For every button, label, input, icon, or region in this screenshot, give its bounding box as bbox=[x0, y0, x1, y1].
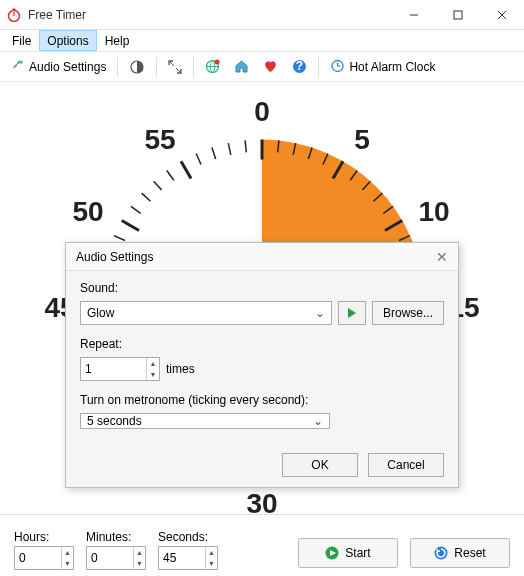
clock-icon bbox=[330, 58, 345, 76]
reset-icon bbox=[434, 546, 448, 560]
svg-line-70 bbox=[154, 181, 162, 190]
titlebar: Free Timer bbox=[0, 0, 524, 30]
audio-settings-button[interactable]: Audio Settings bbox=[6, 55, 111, 78]
svg-line-9 bbox=[176, 68, 180, 72]
metronome-combo[interactable]: 5 seconds ⌄ bbox=[80, 413, 330, 429]
svg-line-8 bbox=[170, 62, 174, 66]
audio-settings-dialog: Audio Settings ✕ Sound: Glow ⌄ Browse...… bbox=[65, 242, 459, 488]
minutes-spinner[interactable]: ▲▼ bbox=[86, 546, 146, 570]
globe-icon[interactable] bbox=[200, 56, 225, 77]
ok-button[interactable]: OK bbox=[282, 453, 358, 477]
hours-input[interactable] bbox=[15, 547, 61, 569]
down-icon[interactable]: ▼ bbox=[134, 558, 145, 569]
svg-line-69 bbox=[142, 193, 151, 201]
wrench-icon bbox=[11, 58, 25, 75]
up-icon[interactable]: ▲ bbox=[147, 358, 159, 369]
separator bbox=[156, 57, 157, 77]
dialog-title: Audio Settings bbox=[76, 250, 153, 264]
dialog-titlebar: Audio Settings ✕ bbox=[66, 243, 458, 271]
dialog-close-icon[interactable]: ✕ bbox=[436, 249, 448, 265]
audio-settings-label: Audio Settings bbox=[29, 60, 106, 74]
metronome-label: Turn on metronome (ticking every second)… bbox=[80, 393, 444, 407]
toolbar: Audio Settings ? Hot Alarm Clock bbox=[0, 52, 524, 82]
svg-line-76 bbox=[245, 140, 246, 152]
svg-line-75 bbox=[228, 143, 230, 155]
hot-alarm-clock-button[interactable]: Hot Alarm Clock bbox=[325, 55, 440, 79]
metronome-value: 5 seconds bbox=[87, 414, 142, 428]
help-icon[interactable]: ? bbox=[287, 56, 312, 77]
down-icon[interactable]: ▼ bbox=[62, 558, 73, 569]
hot-alarm-clock-label: Hot Alarm Clock bbox=[349, 60, 435, 74]
bottom-bar: Hours: ▲▼ Minutes: ▲▼ Seconds: ▲▼ Start … bbox=[0, 514, 524, 576]
menubar: File Options Help bbox=[0, 30, 524, 52]
up-icon[interactable]: ▲ bbox=[62, 547, 73, 558]
svg-rect-4 bbox=[454, 11, 462, 19]
menu-file[interactable]: File bbox=[4, 30, 39, 51]
svg-line-72 bbox=[181, 161, 191, 178]
svg-line-71 bbox=[167, 170, 174, 180]
hours-label: Hours: bbox=[14, 530, 74, 544]
reset-label: Reset bbox=[454, 546, 485, 560]
play-icon bbox=[325, 546, 339, 560]
timer-canvas: 0 5 10 15 20 25 30 35 40 45 50 55 Audio … bbox=[0, 82, 524, 508]
dial-num-5: 5 bbox=[354, 124, 370, 156]
start-label: Start bbox=[345, 546, 370, 560]
play-button[interactable] bbox=[338, 301, 366, 325]
minutes-label: Minutes: bbox=[86, 530, 146, 544]
separator bbox=[117, 57, 118, 77]
dial-num-55: 55 bbox=[144, 124, 175, 156]
seconds-label: Seconds: bbox=[158, 530, 218, 544]
sound-label: Sound: bbox=[80, 281, 444, 295]
svg-line-68 bbox=[131, 206, 141, 213]
down-icon[interactable]: ▼ bbox=[206, 558, 217, 569]
seconds-spinner[interactable]: ▲▼ bbox=[158, 546, 218, 570]
dial-num-10: 10 bbox=[418, 196, 449, 228]
minutes-input[interactable] bbox=[87, 547, 133, 569]
start-button[interactable]: Start bbox=[298, 538, 398, 568]
sound-value: Glow bbox=[87, 306, 114, 320]
down-icon[interactable]: ▼ bbox=[147, 369, 159, 380]
menu-options[interactable]: Options bbox=[39, 30, 96, 51]
svg-line-66 bbox=[114, 236, 125, 241]
menu-help[interactable]: Help bbox=[97, 30, 138, 51]
hours-spinner[interactable]: ▲▼ bbox=[14, 546, 74, 570]
window-title: Free Timer bbox=[28, 8, 86, 22]
minimize-button[interactable] bbox=[392, 0, 436, 30]
app-icon bbox=[6, 7, 22, 23]
dial-num-0: 0 bbox=[254, 96, 270, 128]
fullscreen-icon[interactable] bbox=[163, 57, 187, 77]
play-icon bbox=[346, 307, 358, 319]
dial-num-50: 50 bbox=[72, 196, 103, 228]
repeat-suffix: times bbox=[166, 362, 195, 376]
close-button[interactable] bbox=[480, 0, 524, 30]
repeat-label: Repeat: bbox=[80, 337, 444, 351]
brightness-icon[interactable] bbox=[124, 56, 150, 78]
browse-button[interactable]: Browse... bbox=[372, 301, 444, 325]
svg-line-73 bbox=[196, 154, 201, 165]
svg-line-67 bbox=[122, 221, 139, 231]
up-icon[interactable]: ▲ bbox=[134, 547, 145, 558]
up-icon[interactable]: ▲ bbox=[206, 547, 217, 558]
sound-combo[interactable]: Glow ⌄ bbox=[80, 301, 332, 325]
cancel-button[interactable]: Cancel bbox=[368, 453, 444, 477]
repeat-input[interactable] bbox=[81, 358, 146, 380]
chevron-down-icon: ⌄ bbox=[315, 306, 325, 320]
chevron-down-icon: ⌄ bbox=[313, 414, 323, 428]
svg-line-74 bbox=[212, 147, 216, 158]
seconds-input[interactable] bbox=[159, 547, 205, 569]
repeat-spinner[interactable]: ▲▼ bbox=[80, 357, 160, 381]
separator bbox=[193, 57, 194, 77]
svg-text:?: ? bbox=[296, 59, 303, 73]
home-icon[interactable] bbox=[229, 56, 254, 77]
reset-button[interactable]: Reset bbox=[410, 538, 510, 568]
separator bbox=[318, 57, 319, 77]
svg-point-11 bbox=[215, 60, 220, 65]
maximize-button[interactable] bbox=[436, 0, 480, 30]
heart-icon[interactable] bbox=[258, 56, 283, 77]
svg-rect-1 bbox=[13, 8, 16, 10]
